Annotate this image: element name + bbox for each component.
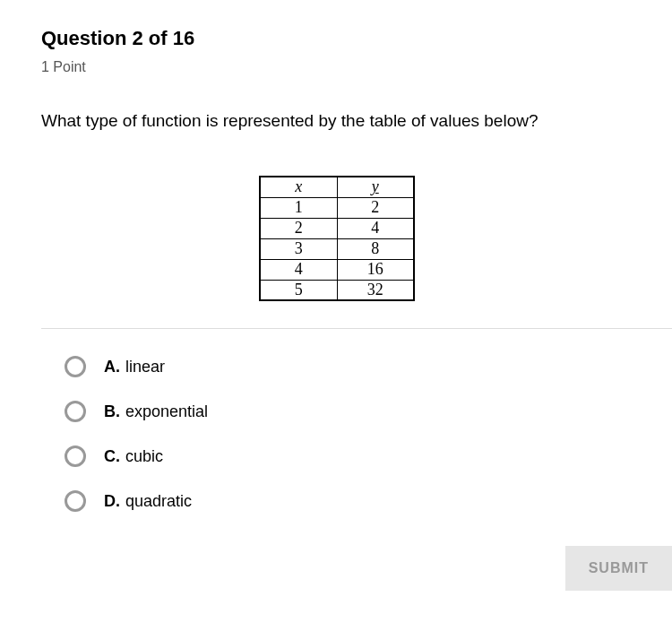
table-cell: 32: [337, 280, 414, 300]
radio-icon: [65, 445, 86, 467]
option-letter: C.: [104, 447, 120, 465]
option-label: A.linear: [104, 358, 165, 376]
table-cell: 2: [260, 218, 337, 238]
table-cell: 3: [260, 238, 337, 259]
option-b[interactable]: B.exponential: [65, 401, 672, 422]
table-cell: 5: [260, 280, 337, 300]
option-letter: D.: [104, 492, 120, 510]
table-cell: 1: [260, 197, 337, 218]
question-text: What type of function is represented by …: [41, 111, 672, 131]
option-letter: B.: [104, 402, 120, 420]
table-row: 4 16: [260, 259, 414, 280]
options-list: A.linear B.exponential C.cubic D.quadrat…: [65, 356, 672, 512]
option-text: cubic: [125, 447, 163, 465]
table-cell: 4: [337, 218, 414, 238]
radio-icon: [65, 356, 86, 377]
table-row: 1 2: [260, 197, 414, 218]
option-a[interactable]: A.linear: [65, 356, 672, 377]
submit-button[interactable]: SUBMIT: [565, 546, 672, 591]
radio-icon: [65, 401, 86, 422]
divider: [41, 328, 672, 329]
question-header: Question 2 of 16: [41, 27, 672, 50]
table-row: 2 4: [260, 218, 414, 238]
radio-icon: [65, 490, 86, 512]
option-label: D.quadratic: [104, 492, 192, 511]
table-row: 3 8: [260, 238, 414, 259]
option-label: C.cubic: [104, 447, 163, 466]
table-container: x y 1 2 2 4 3 8 4 16 5 32: [41, 176, 633, 301]
table-row: 5 32: [260, 280, 414, 300]
option-text: quadratic: [125, 492, 192, 510]
table-header-x: x: [260, 177, 337, 197]
option-text: exponential: [125, 402, 208, 420]
table-cell: 8: [337, 238, 414, 259]
table-cell: 2: [337, 197, 414, 218]
option-letter: A.: [104, 358, 120, 376]
table-cell: 4: [260, 259, 337, 280]
option-d[interactable]: D.quadratic: [65, 490, 672, 512]
option-text: linear: [125, 358, 165, 376]
table-header-y: y: [337, 177, 414, 197]
table-cell: 16: [337, 259, 414, 280]
option-label: B.exponential: [104, 402, 208, 421]
points-label: 1 Point: [41, 59, 672, 75]
option-c[interactable]: C.cubic: [65, 445, 672, 467]
values-table: x y 1 2 2 4 3 8 4 16 5 32: [259, 176, 415, 301]
